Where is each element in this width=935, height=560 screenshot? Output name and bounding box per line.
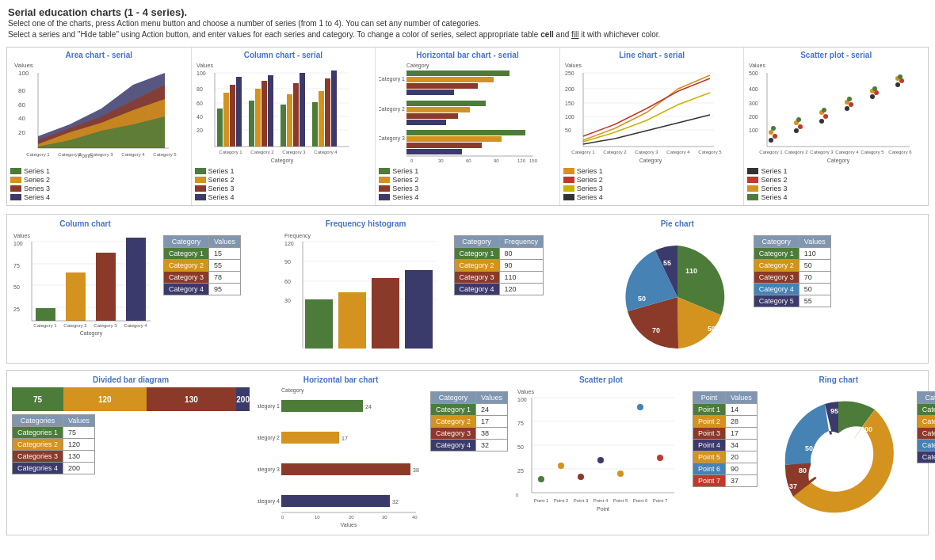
table-row[interactable]: Categories 3 (917, 428, 935, 440)
svg-text:20: 20 (197, 128, 203, 133)
column-chart-block[interactable]: Column chart Values 100 75 50 25 (12, 219, 277, 350)
column-chart-title: Column chart (12, 219, 158, 228)
freq-histogram-block[interactable]: Frequency histogram Frequency 120 90 60 … (283, 219, 600, 350)
table-row[interactable]: Point 6 (693, 463, 725, 475)
divided-bar-block[interactable]: Divided bar diagram 75 120 130 200 Categ… (12, 375, 250, 474)
ring-chart-block[interactable]: Ring chart (765, 375, 935, 530)
table-row[interactable]: Category 4 (164, 284, 209, 295)
svg-point-220 (637, 404, 643, 410)
table-row[interactable]: Category 2 (454, 260, 499, 272)
table-row[interactable]: Categories 4 (13, 463, 63, 474)
pie-chart-svg: 110 50 70 50 55 (606, 230, 749, 356)
svg-text:Category 2: Category 2 (258, 435, 280, 441)
table-row[interactable]: Category 5 (754, 295, 799, 307)
svg-text:100: 100 (565, 114, 574, 120)
table-row[interactable]: Point 7 (693, 475, 725, 487)
table-row[interactable]: Categories 4 (917, 440, 935, 451)
svg-rect-195 (281, 495, 390, 507)
table-row[interactable]: Category 3 (431, 428, 476, 440)
table-row[interactable]: Categories 2 (13, 439, 63, 451)
table-row[interactable]: Point 5 (693, 451, 725, 463)
pie-chart-block[interactable]: Pie chart 110 50 (606, 219, 923, 358)
hbar-chart-table: CategoryValues Category 124 Category 217… (430, 391, 508, 451)
svg-text:0: 0 (410, 158, 414, 163)
table-row[interactable]: Point 2 (693, 416, 725, 428)
table-row[interactable]: Categories 5 (917, 451, 935, 463)
svg-text:Category 2: Category 2 (58, 152, 82, 157)
pie-chart-table: CategoryValues Category 1110 Category 25… (754, 235, 831, 307)
svg-rect-42 (319, 91, 324, 147)
page-title: Serial education charts (1 - 4 series). (8, 6, 927, 18)
scatter-plot-serial[interactable]: Scatter plot - serial Values 500 400 300… (744, 48, 928, 205)
table-row[interactable]: Point 1 (693, 404, 725, 416)
svg-rect-61 (406, 113, 458, 119)
svg-text:Category 1: Category 1 (258, 403, 280, 410)
svg-point-219 (617, 470, 624, 477)
table-row[interactable]: Category 4 (454, 284, 499, 295)
pie-chart-title: Pie chart (606, 219, 749, 228)
scatter-plot-table: PointValues Point 114 Point 228 Point 31… (693, 391, 758, 487)
table-row[interactable]: Categories 3 (13, 451, 63, 463)
svg-text:38: 38 (413, 467, 419, 473)
table-row[interactable]: Category 4 (754, 284, 799, 295)
svg-text:150: 150 (529, 158, 538, 163)
svg-text:110: 110 (685, 267, 697, 275)
table-row[interactable]: Point 4 (693, 440, 725, 451)
svg-text:500: 500 (749, 70, 758, 76)
table-row[interactable]: Category 3 (454, 272, 499, 284)
column-chart-serial[interactable]: Column chart - serial Values 100 80 60 4… (192, 48, 376, 205)
svg-text:95: 95 (830, 407, 838, 415)
svg-text:Category 1: Category 1 (26, 152, 50, 157)
svg-rect-56 (406, 83, 478, 89)
table-row[interactable]: Categories 1 (917, 404, 935, 416)
svg-text:50: 50 (13, 284, 20, 290)
svg-text:0: 0 (516, 493, 519, 497)
divided-bar-table: CategoriesValues Categories 175 Categori… (12, 414, 95, 474)
table-row[interactable]: Point 3 (693, 428, 725, 440)
ring-chart-title: Ring chart (765, 375, 912, 384)
table-row[interactable]: Category 2 (754, 260, 799, 272)
line-chart-serial[interactable]: Line chart - serial Values 250 200 150 1… (560, 48, 745, 205)
svg-point-101 (769, 138, 773, 143)
svg-rect-165 (372, 278, 399, 349)
svg-rect-44 (331, 70, 337, 147)
svg-text:75: 75 (517, 421, 524, 426)
column-chart-serial-legend: Series 1 Series 2 Series 3 Series 4 (195, 167, 372, 201)
svg-text:Point 6: Point 6 (633, 498, 648, 503)
table-row[interactable]: Category 1 (431, 404, 476, 416)
main-content: Area chart - serial Values 100 80 60 40 … (0, 47, 935, 550)
svg-point-119 (771, 126, 776, 131)
table-row[interactable]: Categories 1 (13, 427, 63, 439)
svg-text:Category 2: Category 2 (63, 323, 87, 328)
svg-text:Category 1: Category 1 (760, 150, 784, 154)
scatter-plot-title: Scatter plot (516, 375, 686, 384)
table-row[interactable]: Category 3 (164, 272, 209, 284)
svg-text:Category: Category (406, 63, 429, 69)
svg-text:Category 2: Category 2 (379, 106, 405, 112)
table-row[interactable]: Category 4 (431, 440, 476, 451)
svg-text:60: 60 (466, 158, 471, 163)
area-chart-serial[interactable]: Area chart - serial Values 100 80 60 40 … (7, 48, 192, 205)
line-chart-serial-legend: Series 1 Series 2 Series 3 Series 4 (563, 167, 741, 201)
svg-text:Values: Values (13, 233, 30, 238)
svg-text:Category 4: Category 4 (124, 323, 147, 328)
table-row[interactable]: Category 2 (164, 260, 209, 272)
svg-point-103 (819, 119, 824, 124)
table-row[interactable]: Categories 2 (917, 416, 935, 428)
svg-text:Category 3: Category 3 (282, 150, 306, 154)
svg-text:Point 7: Point 7 (653, 498, 668, 503)
hbar-chart-block[interactable]: Horizontal bar chart Category Category 1… (258, 375, 508, 530)
svg-rect-192 (281, 463, 410, 475)
hbar-chart-serial[interactable]: Horizontal bar chart - serial Category C… (376, 48, 560, 205)
svg-text:Values: Values (197, 63, 213, 68)
table-row[interactable]: Category 3 (754, 272, 799, 284)
table-row[interactable]: Category 1 (454, 248, 499, 260)
svg-text:Category 2: Category 2 (250, 150, 274, 154)
table-row[interactable]: Category 2 (431, 416, 476, 428)
table-row[interactable]: Category 1 (754, 248, 799, 260)
svg-text:Point 1: Point 1 (534, 498, 549, 503)
svg-text:Category 4: Category 4 (121, 152, 145, 157)
table-row[interactable]: Category 1 (164, 248, 209, 260)
scatter-plot-block[interactable]: Scatter plot Values 100 75 50 25 (516, 375, 758, 530)
line-chart-serial-title: Line chart - serial (563, 51, 741, 59)
